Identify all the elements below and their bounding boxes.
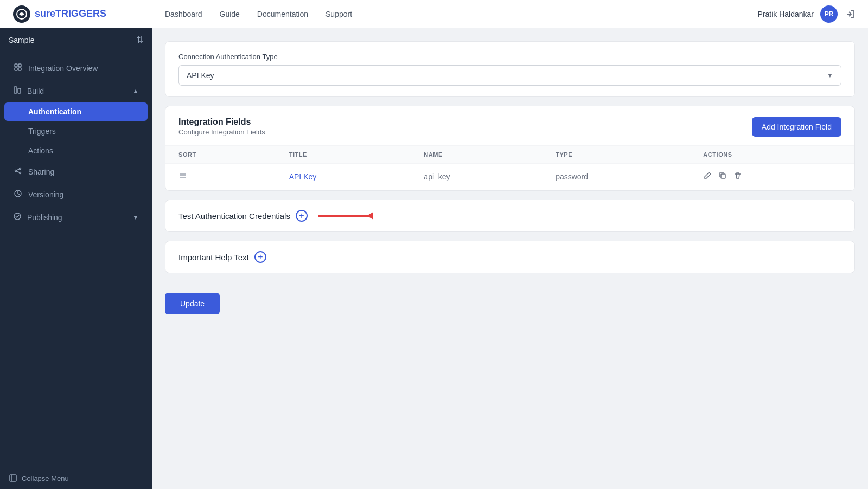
- auth-type-label: Connection Authentication Type: [178, 53, 841, 61]
- svg-line-11: [17, 171, 20, 172]
- publishing-icon: [13, 212, 22, 222]
- test-credentials-expand-icon[interactable]: +: [296, 210, 308, 222]
- row-type: password: [542, 164, 690, 190]
- svg-line-10: [17, 169, 20, 170]
- collapse-menu-button[interactable]: Collapse Menu: [0, 467, 152, 489]
- user-name: Pratik Haldankar: [758, 10, 814, 18]
- nav-right: Pratik Haldankar PR: [758, 5, 856, 23]
- logo-icon: [13, 5, 30, 23]
- sidebar-item-integration-overview[interactable]: Integration Overview: [4, 57, 148, 79]
- top-nav: sureTRIGGERS Dashboard Guide Documentati…: [0, 0, 868, 28]
- sidebar-label-integration-overview: Integration Overview: [28, 64, 98, 73]
- sidebar-item-triggers[interactable]: Triggers: [4, 122, 148, 140]
- col-name: NAME: [411, 146, 542, 164]
- col-actions: ACTIONS: [690, 146, 854, 164]
- sidebar-label-sharing: Sharing: [28, 168, 54, 176]
- row-sort: [165, 164, 276, 190]
- sidebar-label-authentication: Authentication: [28, 107, 81, 116]
- help-text-expand-icon[interactable]: +: [254, 251, 266, 263]
- svg-point-9: [20, 172, 21, 174]
- row-actions: [690, 164, 854, 190]
- collapse-icon: [9, 474, 17, 482]
- fields-title-area: Integration Fields Configure Integration…: [178, 117, 265, 136]
- test-credentials-title: Test Authentication Credentials: [178, 211, 290, 221]
- col-sort: SORT: [165, 146, 276, 164]
- auth-type-select[interactable]: API Key ▼: [178, 65, 841, 86]
- svg-rect-5: [14, 87, 17, 93]
- sidebar-label-versioning: Versioning: [28, 190, 63, 199]
- integration-fields-card: Integration Fields Configure Integration…: [165, 106, 855, 191]
- sidebar-label-triggers: Triggers: [28, 127, 56, 136]
- sidebar-label-publishing: Publishing: [27, 213, 62, 222]
- row-title: API Key: [276, 164, 411, 190]
- svg-point-7: [20, 168, 21, 170]
- integration-fields-table: SORT TITLE NAME TYPE ACTIONS: [165, 145, 854, 190]
- main-content: Connection Authentication Type API Key ▼…: [152, 28, 868, 489]
- collapse-menu-label: Collapse Menu: [22, 474, 69, 482]
- sidebar-navigation: Integration Overview Build ▲ Authenticat…: [0, 52, 152, 467]
- nav-links: Dashboard Guide Documentation Support: [165, 10, 758, 18]
- sidebar-item-publishing[interactable]: Publishing ▼: [4, 207, 148, 228]
- auth-type-section: Connection Authentication Type API Key ▼: [165, 42, 854, 96]
- sidebar-item-actions[interactable]: Actions: [4, 141, 148, 160]
- sidebar-label-actions: Actions: [28, 146, 53, 155]
- select-chevron-icon: ▼: [827, 72, 833, 79]
- add-integration-field-button[interactable]: Add Integration Field: [752, 117, 841, 137]
- copy-icon[interactable]: [718, 171, 727, 182]
- logo-area: sureTRIGGERS: [13, 5, 165, 23]
- svg-rect-14: [10, 475, 16, 481]
- project-name: Sample: [9, 36, 34, 44]
- svg-rect-1: [15, 64, 17, 67]
- arrow-annotation: [318, 215, 373, 217]
- sidebar-item-build[interactable]: Build ▲: [4, 80, 148, 101]
- auth-type-value: API Key: [187, 71, 214, 80]
- help-text-card: Important Help Text +: [165, 241, 855, 273]
- nav-guide[interactable]: Guide: [220, 10, 240, 18]
- row-name: api_key: [411, 164, 542, 190]
- sidebar: Sample ⇅ Integration Overview: [0, 28, 152, 489]
- help-text-title: Important Help Text: [178, 253, 249, 262]
- drag-handle-icon[interactable]: [178, 172, 187, 182]
- update-button[interactable]: Update: [165, 293, 220, 314]
- chevron-up-icon: ▲: [132, 87, 139, 95]
- fields-title: Integration Fields: [178, 117, 265, 127]
- svg-rect-6: [18, 88, 21, 93]
- delete-icon[interactable]: [733, 171, 742, 182]
- sidebar-project: Sample ⇅: [0, 28, 152, 52]
- logo-text: sureTRIGGERS: [35, 8, 106, 20]
- edit-icon[interactable]: [703, 171, 712, 182]
- sort-icon[interactable]: ⇅: [136, 35, 143, 45]
- share-icon: [13, 166, 23, 177]
- svg-rect-3: [15, 68, 17, 70]
- svg-rect-19: [721, 174, 725, 178]
- update-section: Update: [165, 282, 855, 325]
- col-type: TYPE: [542, 146, 690, 164]
- svg-point-8: [15, 170, 17, 172]
- test-credentials-section[interactable]: Test Authentication Credentials +: [165, 200, 854, 231]
- table-row: API Key api_key password: [165, 164, 854, 190]
- col-title: TITLE: [276, 146, 411, 164]
- help-text-section[interactable]: Important Help Text +: [165, 241, 854, 273]
- app-layout: Sample ⇅ Integration Overview: [0, 28, 868, 489]
- auth-type-card: Connection Authentication Type API Key ▼: [165, 41, 855, 97]
- home-icon: [13, 63, 23, 74]
- nav-dashboard[interactable]: Dashboard: [165, 10, 202, 18]
- sidebar-label-build: Build: [27, 87, 44, 95]
- arrow-line: [318, 215, 373, 217]
- nav-documentation[interactable]: Documentation: [257, 10, 308, 18]
- fields-subtitle: Configure Integration Fields: [178, 128, 265, 136]
- versioning-icon: [13, 189, 23, 200]
- sidebar-item-authentication[interactable]: Authentication: [4, 102, 148, 121]
- sidebar-item-sharing[interactable]: Sharing: [4, 161, 148, 183]
- chevron-down-icon: ▼: [132, 214, 139, 221]
- svg-rect-2: [18, 64, 21, 67]
- test-credentials-card: Test Authentication Credentials +: [165, 200, 855, 232]
- build-icon: [13, 86, 22, 96]
- svg-rect-4: [18, 68, 21, 70]
- user-avatar: PR: [820, 5, 838, 23]
- nav-support[interactable]: Support: [326, 10, 352, 18]
- logout-icon[interactable]: [844, 9, 855, 20]
- sidebar-item-versioning[interactable]: Versioning: [4, 184, 148, 205]
- integration-fields-header: Integration Fields Configure Integration…: [165, 106, 854, 145]
- row-actions-group: [703, 171, 841, 182]
